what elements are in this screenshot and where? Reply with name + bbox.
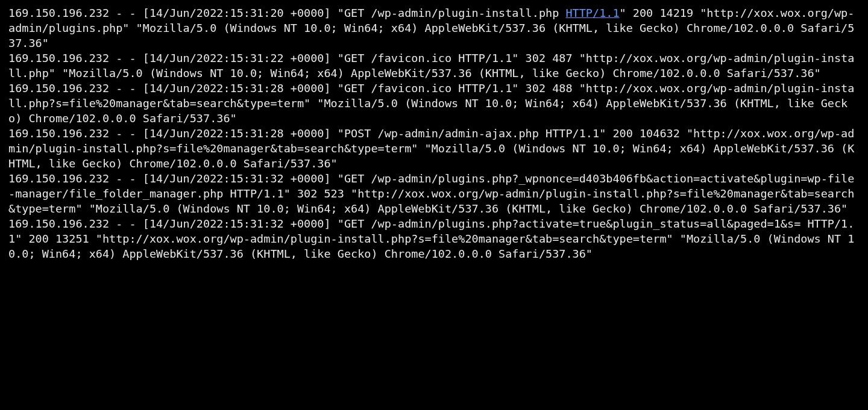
log-entry: 169.150.196.232 - - [14/Jun/2022:15:31:3… bbox=[8, 172, 854, 215]
log-entry: 169.150.196.232 - - [14/Jun/2022:15:31:2… bbox=[8, 52, 854, 79]
http-version-link[interactable]: HTTP/1.1 bbox=[565, 7, 619, 19]
terminal-output[interactable]: 169.150.196.232 - - [14/Jun/2022:15:31:2… bbox=[0, 0, 868, 410]
log-text-pre: 169.150.196.232 - - [14/Jun/2022:15:31:3… bbox=[8, 172, 854, 215]
log-entry: 169.150.196.232 - - [14/Jun/2022:15:31:2… bbox=[8, 7, 854, 49]
log-entry: 169.150.196.232 - - [14/Jun/2022:15:31:3… bbox=[8, 217, 854, 260]
log-entry: 169.150.196.232 - - [14/Jun/2022:15:31:2… bbox=[8, 127, 854, 170]
log-text-pre: 169.150.196.232 - - [14/Jun/2022:15:31:2… bbox=[8, 82, 854, 125]
log-text-pre: 169.150.196.232 - - [14/Jun/2022:15:31:2… bbox=[8, 127, 854, 170]
log-text-pre: 169.150.196.232 - - [14/Jun/2022:15:31:2… bbox=[8, 52, 854, 79]
log-text-pre: 169.150.196.232 - - [14/Jun/2022:15:31:3… bbox=[8, 217, 854, 260]
log-text-pre: 169.150.196.232 - - [14/Jun/2022:15:31:2… bbox=[8, 7, 565, 19]
log-entry: 169.150.196.232 - - [14/Jun/2022:15:31:2… bbox=[8, 82, 854, 125]
